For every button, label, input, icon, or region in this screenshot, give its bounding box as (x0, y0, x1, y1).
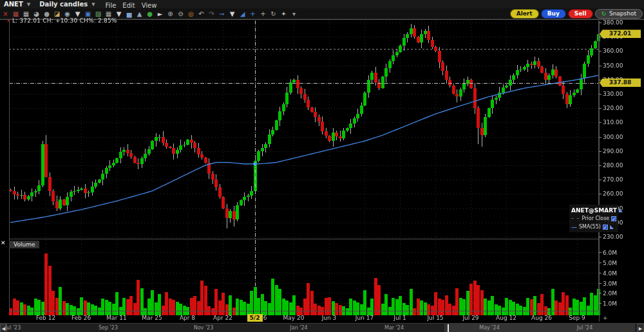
date-label: May 20 (283, 315, 305, 321)
price-axis-label: 350.00 (603, 62, 623, 69)
price-axis-label: 330.00 (603, 91, 623, 97)
crosshair-date-tag: 5/2 (247, 314, 263, 322)
scrollbar-date-label: Sep '23 (99, 325, 118, 331)
date-label: Mar 25 (142, 315, 162, 321)
volume-axis-label: 4.0M (603, 270, 617, 277)
price-axis-label: 310.00 (603, 119, 623, 125)
legend-sma-label: SMA(55) (579, 224, 601, 230)
volume-axis-label: 1.0M (603, 300, 617, 307)
scrollbar-date-label: May '24 (479, 325, 499, 331)
chart-legend: ANET@SMART◣ – –Prior Close✓ —SMA(55)✓◣ (569, 205, 618, 232)
price-axis-label: 360.00 (603, 48, 623, 54)
prior-close-swatch: – – (571, 216, 580, 221)
price-axis-label: 280.00 (603, 162, 623, 169)
scrollbar-date-label: Jul '23 (5, 325, 21, 331)
add-button[interactable]: + (603, 315, 608, 321)
volume-axis-label: 5.0M (603, 260, 617, 266)
close-volume-icon[interactable]: × (1, 239, 6, 246)
sma-checkbox[interactable]: ✓ (603, 225, 608, 230)
date-label: Jul 15 (427, 315, 443, 321)
date-label: Mar 11 (106, 315, 126, 321)
prior-close-checkbox[interactable]: ✓ (611, 216, 616, 221)
crosshair-price-tag: 337.88 (600, 78, 641, 87)
date-label: Apr 22 (213, 315, 232, 321)
cursor-icon: ◣ (610, 224, 614, 230)
date-label: Aug 12 (496, 315, 516, 321)
scroll-right-button[interactable]: ▶ (637, 324, 644, 332)
sma-swatch: — (571, 224, 577, 230)
scrollbar-date-label: Nov '23 (194, 325, 214, 331)
volume-axis-label: 3.0M (603, 281, 617, 287)
scrollbar-date-label: Jul '24 (577, 325, 593, 331)
last-price-tag: 372.01 (600, 30, 641, 38)
price-axis-label: 270.00 (603, 176, 623, 183)
cursor-icon: ◣ (619, 207, 623, 213)
date-label: Jun 3 (322, 315, 337, 321)
volume-axis-label: 6.0M (603, 250, 617, 256)
quote-line: ×L: 372.01 CH: +10.30 CH%: 2.85% (6, 17, 117, 24)
price-axis-label: 300.00 (603, 134, 623, 140)
scrollbar-thumb[interactable] (444, 324, 635, 332)
legend-symbol: ANET@SMART (571, 207, 617, 214)
date-label: Aug 26 (531, 315, 552, 321)
date-label: Sep 9 (569, 315, 585, 321)
timeline-scrollbar[interactable]: ◀ ▶ Jul '23Sep '23Nov '23Jan '24Mar '24M… (0, 323, 644, 332)
price-axis-label: 230.00 (603, 234, 623, 240)
legend-prior-close-label: Prior Close (582, 216, 610, 221)
date-label: Jun 17 (355, 315, 374, 321)
price-chart-canvas[interactable] (0, 0, 644, 332)
scrollbar-position-marker (448, 324, 449, 332)
price-axis-label: 320.00 (603, 105, 623, 111)
volume-axis-label: 2.0M (603, 290, 617, 297)
price-axis-label: 290.00 (603, 148, 623, 154)
trading-chart-window: ANET ▼ Daily candles ▼ FileEditView ×▦▦◕… (0, 0, 644, 332)
date-label: Jul 1 (393, 315, 406, 321)
remove-series-icon[interactable]: × (6, 18, 11, 24)
price-axis-label: 260.00 (603, 190, 623, 197)
date-label: Feb 12 (36, 315, 55, 321)
date-label: Jul 29 (462, 315, 478, 321)
scrollbar-date-label: Jan '24 (290, 325, 307, 331)
price-axis-label: 380.00 (603, 19, 623, 26)
quote-text: L: 372.01 CH: +10.30 CH%: 2.85% (12, 17, 117, 24)
scrollbar-date-label: Mar '24 (384, 325, 404, 331)
volume-pane-label: Volume (9, 241, 39, 248)
date-label: Apr 8 (180, 315, 195, 321)
date-label: Feb 26 (71, 315, 91, 321)
